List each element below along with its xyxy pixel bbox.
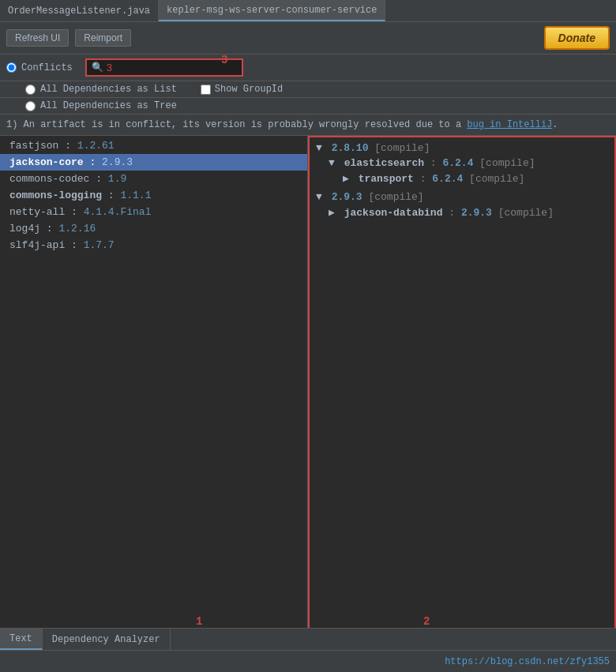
collapse-arrow-elasticsearch[interactable]: ▼ xyxy=(329,157,335,169)
tab-dependency-analyzer[interactable]: Dependency Analyzer xyxy=(43,629,171,650)
toolbar: Refresh UI Reimport Donate xyxy=(0,22,616,54)
tree-grandchild-transport[interactable]: ▶ transport : 6.2.4 [compile] xyxy=(310,171,614,186)
left-panel: fastjson : 1.2.61 jackson-core : 2.9.3 c… xyxy=(0,136,308,644)
all-tree-radio-group: All Dependencies as Tree xyxy=(25,100,177,111)
tree-root-1[interactable]: ▼ 2.8.10 [compile] xyxy=(310,141,614,156)
expand-arrow-transport[interactable]: ▶ xyxy=(343,173,349,185)
list-item[interactable]: jackson-core : 2.9.3 xyxy=(0,154,307,171)
search-icon: 🔍 xyxy=(92,62,103,73)
conflicts-radio[interactable] xyxy=(6,62,17,73)
right-panel: ▼ 2.8.10 [compile] ▼ elasticsearch : 6.2… xyxy=(308,136,616,644)
bottom-tabs: Text Dependency Analyzer xyxy=(0,628,616,650)
conflicts-radio-group: Conflicts xyxy=(6,62,73,73)
refresh-ui-button[interactable]: Refresh UI xyxy=(6,29,69,47)
tree-root-2[interactable]: ▼ 2.9.3 [compile] xyxy=(310,190,614,205)
bug-link[interactable]: bug in IntelliJ xyxy=(467,119,552,130)
status-bar: https://blog.csdn.net/zfy1355 xyxy=(0,650,616,672)
annotation-1: 1 xyxy=(196,615,202,628)
show-groupid-checkbox[interactable] xyxy=(201,84,211,95)
annotation-2: 2 xyxy=(423,615,430,628)
info-text: 1) An artifact is in conflict, its versi… xyxy=(0,115,616,136)
tab-kepler-service[interactable]: kepler-msg-ws-server-consumer-service xyxy=(159,0,385,21)
list-item[interactable]: commons-logging : 1.1.1 xyxy=(0,187,307,204)
all-tree-label: All Dependencies as Tree xyxy=(40,100,177,111)
all-tree-radio[interactable] xyxy=(25,101,36,111)
search-box-container: 🔍 xyxy=(85,58,243,77)
tree-child-jackson-databind[interactable]: ▶ jackson-databind : 2.9.3 [compile] xyxy=(310,205,614,220)
all-deps-row: All Dependencies as List Show GroupId xyxy=(0,81,616,98)
list-item[interactable]: netty-all : 4.1.4.Final xyxy=(0,204,307,220)
list-item[interactable]: fastjson : 1.2.61 xyxy=(0,137,307,154)
tab-orderlistener[interactable]: OrderMessageListener.java xyxy=(0,0,159,21)
conflicts-label: Conflicts xyxy=(21,62,73,73)
collapse-arrow-2[interactable]: ▼ xyxy=(316,191,322,203)
all-list-label: All Dependencies as List xyxy=(40,84,177,95)
all-list-radio-group: All Dependencies as List xyxy=(25,84,177,95)
list-item[interactable]: slf4j-api : 1.7.7 xyxy=(0,237,307,253)
expand-arrow-jackson[interactable]: ▶ xyxy=(329,207,335,219)
all-tree-row: All Dependencies as Tree xyxy=(0,98,616,115)
tab-bar: OrderMessageListener.java kepler-msg-ws-… xyxy=(0,0,616,22)
tree-child-elasticsearch[interactable]: ▼ elasticsearch : 6.2.4 [compile] xyxy=(310,156,614,171)
list-item[interactable]: log4j : 1.2.16 xyxy=(0,220,307,237)
all-list-radio[interactable] xyxy=(25,84,36,95)
show-groupid-group: Show GroupId xyxy=(201,84,283,95)
search-input[interactable] xyxy=(107,62,225,73)
options-row: Conflicts 🔍 xyxy=(0,54,616,81)
main-content: fastjson : 1.2.61 jackson-core : 2.9.3 c… xyxy=(0,136,616,645)
reimport-button[interactable]: Reimport xyxy=(75,29,131,47)
collapse-arrow-1[interactable]: ▼ xyxy=(316,142,322,154)
list-item[interactable]: commons-codec : 1.9 xyxy=(0,171,307,187)
donate-button[interactable]: Donate xyxy=(544,26,610,50)
annotation-3: 3 xyxy=(221,54,227,66)
show-groupid-label: Show GroupId xyxy=(215,84,283,95)
status-url: https://blog.csdn.net/zfy1355 xyxy=(445,656,610,667)
tab-text[interactable]: Text xyxy=(0,629,43,650)
